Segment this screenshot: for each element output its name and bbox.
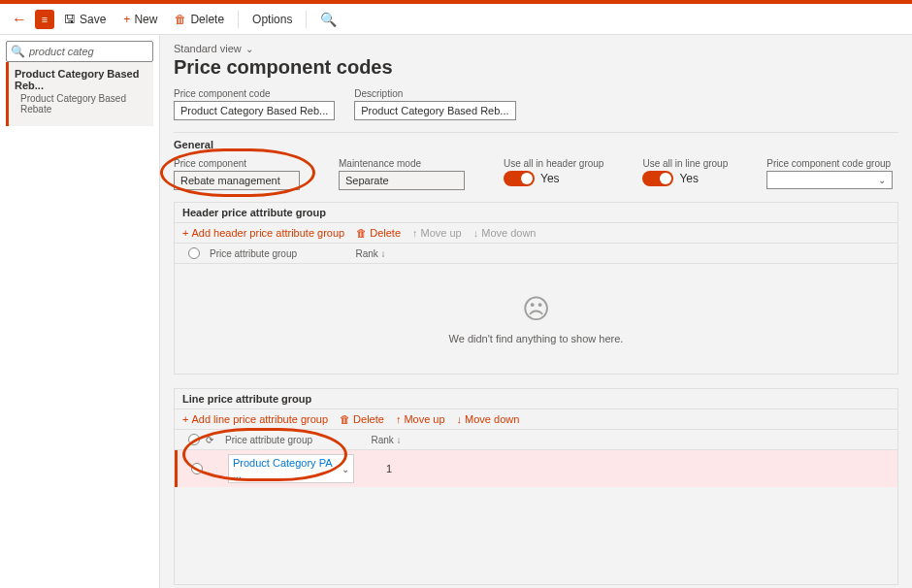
line-row-radio[interactable]	[191, 463, 203, 474]
arrow-down-icon: ↓	[473, 227, 479, 239]
moveup-line-label: Move up	[404, 413, 444, 425]
delete-line-group-button[interactable]: 🗑 Delete	[340, 413, 384, 425]
movedown-header-label: Move down	[481, 227, 536, 239]
nav-item-product-category-rebate[interactable]: Product Category Based Reb... Product Ca…	[6, 62, 153, 126]
new-button[interactable]: + New	[115, 9, 165, 30]
code-group-label: Price component code group	[766, 158, 893, 169]
maintenance-dropdown[interactable]: Separate	[339, 171, 465, 190]
plus-icon: +	[123, 13, 130, 26]
code-field[interactable]: Product Category Based Reb...	[174, 101, 335, 120]
arrow-down-icon: ↓	[457, 413, 463, 425]
add-header-group-button[interactable]: + Add header price attribute group	[182, 227, 344, 239]
refresh-icon[interactable]: ⟳	[206, 435, 221, 445]
code-field-label: Price component code	[174, 88, 335, 99]
navigation-sidebar: 🔍 Product Category Based Reb... Product …	[0, 35, 160, 588]
price-component-label: Price component	[174, 158, 300, 169]
moveup-header-button[interactable]: ↑ Move up	[412, 227, 462, 239]
moveup-line-button[interactable]: ↑ Move up	[396, 413, 445, 425]
movedown-line-button[interactable]: ↓ Move down	[457, 413, 520, 425]
chevron-down-icon: ⌄	[878, 175, 886, 185]
nav-item-label: Product Category Based Reb...	[15, 68, 147, 91]
nav-item-sub: Product Category Based Rebate	[15, 91, 147, 120]
save-icon: 🖫	[64, 13, 76, 26]
empty-message: We didn't find anything to show here.	[449, 333, 624, 344]
main-content: Standard view ⌄ Price component codes Pr…	[160, 35, 912, 588]
save-label: Save	[80, 13, 106, 26]
price-component-value: Rebate management	[180, 175, 280, 186]
price-component-dropdown[interactable]: Rebate management	[174, 171, 300, 190]
search-icon: 🔍	[11, 45, 25, 58]
select-all-radio[interactable]	[188, 247, 200, 259]
plus-icon: +	[182, 413, 188, 425]
app-icon: ≡	[35, 10, 54, 29]
line-row-name-dropdown[interactable]: Product Category PA ... ⌄	[228, 454, 354, 483]
code-group-dropdown[interactable]: ⌄	[766, 171, 893, 189]
use-line-value: Yes	[679, 172, 699, 185]
use-line-toggle[interactable]	[642, 171, 673, 186]
moveup-header-label: Move up	[421, 227, 462, 239]
filter-input[interactable]	[29, 46, 148, 57]
add-header-group-label: Add header price attribute group	[191, 227, 344, 239]
trash-icon: 🗑	[356, 227, 367, 239]
movedown-header-button[interactable]: ↓ Move down	[473, 227, 537, 239]
delete-label: Delete	[190, 13, 224, 26]
line-row[interactable]: Product Category PA ... ⌄ 1	[175, 450, 897, 487]
line-group-title: Line price attribute group	[175, 389, 897, 409]
header-col-rank[interactable]: Rank ↓	[342, 248, 400, 259]
desc-field[interactable]: Product Category Based Reb...	[354, 101, 515, 120]
new-label: New	[134, 13, 157, 26]
view-label-text: Standard view	[174, 43, 242, 54]
search-button[interactable]: 🔍	[312, 8, 344, 31]
header-col-name[interactable]: Price attribute group	[206, 248, 342, 259]
delete-header-group-button[interactable]: 🗑 Delete	[356, 227, 401, 239]
line-col-rank[interactable]: Rank ↓	[357, 435, 415, 445]
general-section-title: General	[174, 139, 898, 150]
maintenance-value: Separate	[345, 175, 389, 186]
delete-header-group-label: Delete	[370, 227, 401, 239]
line-col-name[interactable]: Price attribute group	[221, 435, 357, 445]
arrow-up-icon: ↑	[396, 413, 402, 425]
empty-icon: ☹	[175, 293, 897, 325]
line-row-rank: 1	[360, 463, 418, 474]
use-header-toggle[interactable]	[504, 171, 535, 186]
delete-line-group-label: Delete	[353, 413, 384, 425]
delete-button[interactable]: 🗑 Delete	[167, 9, 232, 30]
line-row-name: Product Category PA ...	[233, 457, 342, 480]
use-header-value: Yes	[540, 172, 560, 185]
view-selector[interactable]: Standard view ⌄	[174, 43, 898, 54]
app-toolbar: ← ≡ 🖫 Save + New 🗑 Delete Options 🔍	[0, 4, 912, 35]
save-button[interactable]: 🖫 Save	[56, 9, 114, 30]
header-group-title: Header price attribute group	[175, 203, 897, 223]
options-button[interactable]: Options	[244, 9, 300, 30]
movedown-line-label: Move down	[465, 413, 519, 425]
chevron-down-icon: ⌄	[245, 44, 253, 54]
trash-icon: 🗑	[175, 13, 186, 26]
arrow-up-icon: ↑	[412, 227, 418, 239]
back-button[interactable]: ←	[6, 9, 33, 30]
options-label: Options	[252, 13, 292, 26]
filter-box[interactable]: 🔍	[6, 41, 153, 62]
use-line-label: Use all in line group	[642, 158, 728, 169]
trash-icon: 🗑	[340, 413, 350, 425]
select-all-line-radio[interactable]	[188, 434, 200, 445]
page-title: Price component codes	[174, 56, 898, 79]
add-line-group-button[interactable]: + Add line price attribute group	[182, 413, 328, 425]
add-line-group-label: Add line price attribute group	[191, 413, 328, 425]
chevron-down-icon: ⌄	[342, 464, 349, 474]
desc-field-label: Description	[354, 88, 515, 99]
maintenance-label: Maintenance mode	[339, 158, 465, 169]
plus-icon: +	[182, 227, 188, 239]
use-header-label: Use all in header group	[504, 158, 603, 169]
